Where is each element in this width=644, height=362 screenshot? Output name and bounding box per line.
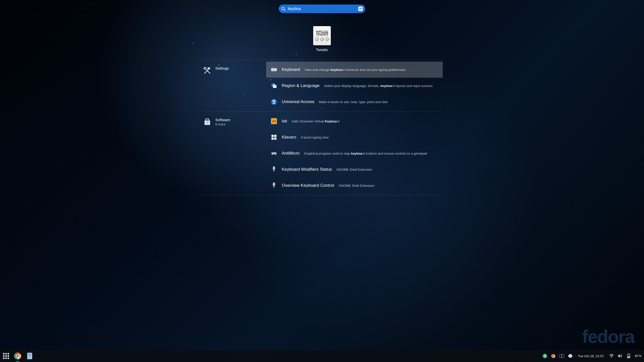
section-title: Software bbox=[215, 118, 230, 122]
result-desc: Indic Onscreen Virtual Keyboard bbox=[292, 119, 340, 123]
app-result-label: Tweaks bbox=[316, 48, 328, 52]
svg-rect-29 bbox=[273, 167, 275, 169]
taskbar-app-files[interactable] bbox=[26, 352, 34, 360]
gamepad-icon bbox=[271, 150, 277, 157]
svg-text:A: A bbox=[274, 85, 276, 88]
result-title: Overview Keyboard Control bbox=[282, 183, 334, 188]
taskbar: 9 Tue Oct 16, 22:57 49 % bbox=[0, 350, 644, 362]
taskbar-app-chrome[interactable] bbox=[14, 352, 22, 360]
battery-icon[interactable] bbox=[626, 353, 631, 358]
search-input[interactable] bbox=[288, 7, 356, 11]
svg-point-41 bbox=[552, 355, 554, 357]
iok-icon: iOK bbox=[271, 118, 277, 124]
svg-rect-50 bbox=[628, 356, 629, 358]
result-row-universal-access[interactable]: Universal Access Make it easier to see, … bbox=[266, 94, 443, 110]
show-applications-button[interactable] bbox=[3, 352, 10, 359]
tray-chrome-icon[interactable] bbox=[551, 353, 556, 358]
keyboard-icon bbox=[271, 66, 277, 73]
svg-rect-39 bbox=[28, 356, 30, 356]
section-title: Settings bbox=[215, 66, 229, 70]
svg-rect-26 bbox=[271, 138, 274, 140]
svg-rect-3 bbox=[208, 67, 210, 69]
result-row-overview-kbd-control[interactable]: Overview Keyboard Control GNOME Shell Ex… bbox=[266, 177, 443, 194]
volume-icon[interactable] bbox=[618, 353, 623, 358]
svg-rect-11 bbox=[275, 69, 276, 69]
settings-icon bbox=[203, 66, 212, 75]
activities-overview: Tweaks Settings bbox=[0, 0, 644, 362]
result-desc: A touch typing tutor bbox=[301, 135, 329, 139]
svg-rect-31 bbox=[273, 184, 275, 186]
battery-percent: 49 % bbox=[635, 354, 641, 358]
section-header-software[interactable]: Software 6 more bbox=[201, 113, 266, 194]
svg-point-47 bbox=[611, 357, 612, 358]
result-title: Klavaro bbox=[282, 135, 296, 140]
svg-rect-20 bbox=[205, 120, 210, 122]
result-section-settings: Settings Keyboard View and change keyboa… bbox=[201, 60, 443, 111]
result-desc: GNOME Shell Extension bbox=[336, 168, 372, 171]
extension-plugin-icon bbox=[271, 166, 277, 173]
tray-badge[interactable]: 9 bbox=[543, 354, 547, 358]
result-desc: Graphical program used to map keyboard b… bbox=[304, 152, 427, 155]
result-title: AntiMicro bbox=[282, 151, 300, 156]
svg-rect-10 bbox=[275, 69, 275, 69]
svg-line-1 bbox=[284, 10, 285, 11]
svg-point-28 bbox=[275, 153, 276, 154]
svg-rect-7 bbox=[272, 69, 273, 69]
svg-rect-38 bbox=[28, 355, 31, 355]
result-section-software: Software 6 more iOK iok Indic Onscreen V… bbox=[201, 111, 443, 195]
svg-rect-27 bbox=[274, 138, 276, 140]
svg-rect-46 bbox=[569, 357, 572, 358]
svg-rect-37 bbox=[28, 354, 31, 354]
result-desc: Make it easier to see, hear, type, point… bbox=[319, 100, 388, 104]
result-title: iok bbox=[282, 119, 287, 124]
result-row-kbd-modifiers-status[interactable]: Keyboard Modifiers Status GNOME Shell Ex… bbox=[266, 161, 443, 177]
taskbar-clock[interactable]: Tue Oct 16, 22:57 bbox=[578, 354, 604, 358]
region-language-icon: あA bbox=[271, 82, 277, 89]
result-desc: View and change keyboard shortcuts and s… bbox=[305, 68, 406, 72]
result-title: Universal Access bbox=[282, 99, 314, 104]
result-row-region[interactable]: あA Region & Language Select your display… bbox=[266, 78, 443, 94]
result-row-klavaro[interactable]: Klavaro A touch typing tutor bbox=[266, 129, 443, 145]
app-result-tweaks[interactable]: Tweaks bbox=[313, 26, 331, 52]
klavaro-icon bbox=[271, 134, 277, 141]
svg-rect-45 bbox=[569, 354, 572, 355]
svg-point-18 bbox=[273, 100, 274, 101]
tray-workspace-icon[interactable] bbox=[559, 353, 564, 358]
search-icon bbox=[281, 7, 285, 11]
result-desc: GNOME Shell Extension bbox=[339, 184, 374, 188]
result-row-iok[interactable]: iOK iok Indic Onscreen Virtual Keyboard bbox=[266, 113, 443, 129]
universal-access-icon bbox=[271, 99, 277, 105]
svg-rect-12 bbox=[272, 70, 275, 70]
results-divider bbox=[201, 195, 443, 195]
svg-rect-30 bbox=[273, 169, 274, 171]
svg-rect-8 bbox=[273, 69, 274, 69]
result-title: Keyboard bbox=[282, 67, 300, 72]
search-results: Settings Keyboard View and change keyboa… bbox=[201, 60, 443, 195]
svg-rect-25 bbox=[274, 135, 276, 137]
section-subtitle: 6 more bbox=[215, 122, 230, 126]
result-desc: Select your display language, formats, k… bbox=[324, 84, 432, 88]
wifi-icon[interactable] bbox=[609, 353, 614, 358]
svg-rect-24 bbox=[271, 135, 274, 137]
svg-text:iOK: iOK bbox=[272, 120, 277, 123]
section-header-settings[interactable]: Settings bbox=[201, 62, 266, 110]
search-bar[interactable] bbox=[279, 5, 365, 13]
extension-plugin-icon bbox=[271, 182, 277, 189]
svg-rect-44 bbox=[568, 355, 572, 357]
svg-rect-32 bbox=[273, 186, 274, 188]
software-icon bbox=[203, 118, 212, 127]
result-row-antimicro[interactable]: AntiMicro Graphical program used to map … bbox=[266, 145, 443, 161]
svg-point-4 bbox=[204, 67, 206, 69]
svg-rect-9 bbox=[274, 69, 274, 69]
result-row-keyboard[interactable]: Keyboard View and change keyboard shortc… bbox=[266, 62, 443, 78]
svg-rect-5 bbox=[271, 68, 277, 71]
tray-printer-icon[interactable] bbox=[568, 353, 573, 358]
clear-search-button[interactable] bbox=[358, 7, 363, 11]
tweaks-icon bbox=[313, 26, 331, 45]
svg-rect-6 bbox=[272, 69, 272, 69]
result-title: Region & Language bbox=[282, 83, 319, 88]
result-title: Keyboard Modifiers Status bbox=[282, 167, 332, 172]
